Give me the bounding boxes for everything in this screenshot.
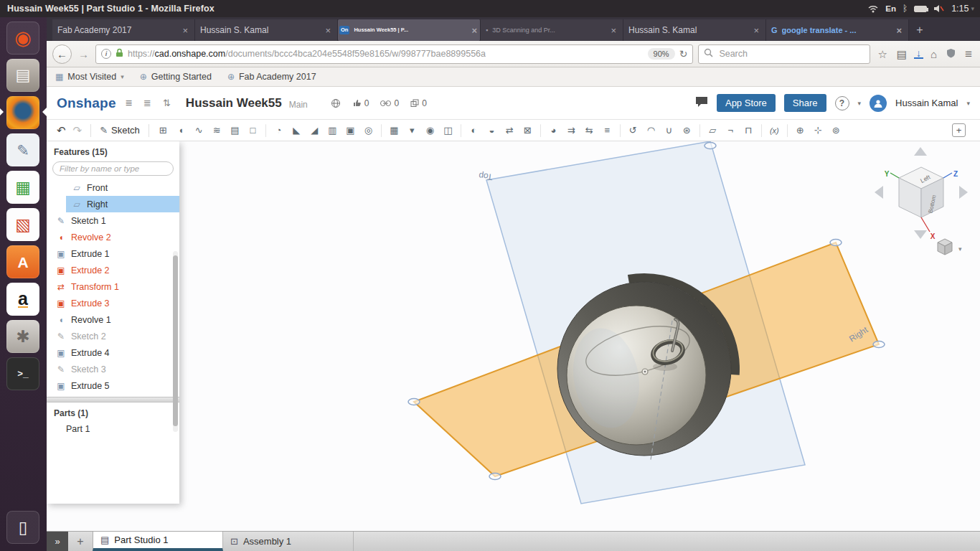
part-list-item[interactable]: Part 1 [47,420,179,437]
reading-list-icon[interactable]: ▤ [895,49,909,60]
downloads-icon[interactable]: ↓ [914,49,923,60]
loft-icon[interactable]: ≋ [209,123,225,138]
url-bar[interactable]: i https://cad.onshape.com/documents/bccc… [95,44,693,64]
tab-close-icon[interactable]: × [609,26,618,35]
ubuntu-software-launcher-icon[interactable]: A [6,245,39,278]
versions-icon[interactable]: ≣ [141,98,154,108]
wifi-icon[interactable] [867,4,879,13]
variable-icon[interactable]: (x) [766,123,783,138]
copies-stat[interactable]: 0 [410,98,427,108]
files-launcher-icon[interactable]: ▤ [6,59,39,92]
back-button[interactable]: ← [52,44,72,64]
feature-item[interactable]: ▣ Extrude 3 [47,295,179,311]
browser-tab[interactable]: Hussain S. Kamal × [195,19,338,41]
browser-tab[interactable]: G google translate - ... × [766,19,909,41]
document-menu-icon[interactable]: ≡ [123,97,134,110]
feature-item[interactable]: ▱ Right [47,196,179,212]
sheet-metal-tab-icon[interactable]: ⊓ [740,123,757,138]
https-lock-icon[interactable] [116,48,123,60]
feature-item[interactable]: ▱ Front [47,179,179,196]
onshape-logo[interactable]: Onshape [57,95,116,111]
bridging-curve-icon[interactable]: ∪ [661,123,677,138]
forward-button[interactable]: → [77,48,90,60]
tab-close-icon[interactable]: × [895,26,903,35]
mass-properties-icon[interactable]: ⊚ [828,123,844,138]
pattern-dropdown-icon[interactable]: ▾ [404,123,420,138]
text-editor-launcher-icon[interactable]: ✎ [6,133,39,166]
comments-icon[interactable] [695,96,708,110]
projected-curve-icon[interactable]: ◠ [643,123,659,138]
split-icon[interactable]: ◒ [484,123,500,138]
thicken-icon[interactable]: ▤ [227,123,243,138]
firefox-launcher-icon[interactable] [6,96,39,129]
share-button[interactable]: Share [784,94,826,112]
keyboard-layout-indicator[interactable]: En [885,4,896,13]
revolve-icon[interactable]: ◖ [173,123,189,138]
browser-tab[interactable]: ▪ 3D Scanning and Pr... × [481,19,623,41]
modify-fillet-icon[interactable]: ◕ [545,123,562,138]
move-face-icon[interactable]: ⇉ [563,123,580,138]
offset-surface-icon[interactable]: ≡ [599,123,616,138]
transform-icon[interactable]: ⇄ [501,123,518,138]
bluetooth-icon[interactable]: ᛒ [903,4,908,13]
volume-muted-icon[interactable] [933,4,945,13]
home-icon[interactable]: ⌂ [928,49,939,60]
new-tab-button[interactable]: + [909,19,930,41]
viewport-3d[interactable]: Top Right [47,141,980,531]
linear-pattern-icon[interactable]: ▦ [386,123,402,138]
libreoffice-calc-launcher-icon[interactable]: ▦ [6,171,39,204]
libreoffice-impress-launcher-icon[interactable]: ▧ [6,208,39,241]
reload-icon[interactable]: ↻ [679,48,688,60]
studio-tab[interactable]: ⊡ Assembly 1 [223,532,354,551]
shell-icon[interactable]: ▣ [342,123,359,138]
in-context-icon[interactable]: ⊕ [792,123,809,138]
site-info-icon[interactable]: i [101,49,111,59]
feature-item[interactable]: ▣ Extrude 1 [47,245,179,262]
document-title[interactable]: Hussain Week55 [186,96,282,110]
toolbar-customize-icon[interactable]: + [952,123,966,137]
menu-icon[interactable]: ≡ [963,48,974,60]
feature-item[interactable]: ✎ Sketch 2 [47,328,179,344]
hole-icon[interactable]: ◎ [360,123,377,138]
chamfer-icon[interactable]: ◣ [288,123,305,138]
redo-icon[interactable]: ↷ [70,124,85,137]
measure-icon[interactable]: ⊹ [810,123,826,138]
help-button[interactable]: ? [835,96,849,110]
enclose-icon[interactable]: □ [245,123,261,138]
user-menu[interactable]: Hussain Kamal [895,98,958,108]
browser-tab[interactable]: On Hussain Week55 | P... × [338,19,481,41]
public-globe-icon[interactable] [331,98,341,108]
dash-home-launcher-icon[interactable]: ◉ [6,22,39,55]
fillet-icon[interactable]: ◔ [270,123,287,138]
extrude-icon[interactable]: ⊞ [155,123,171,138]
feature-item[interactable]: ▣ Extrude 5 [47,377,179,394]
search-box[interactable] [698,44,870,64]
bookmark-star-icon[interactable]: ☆ [875,49,889,60]
flange-icon[interactable]: ¬ [722,123,739,138]
amazon-launcher-icon[interactable]: a [6,283,39,316]
boolean-icon[interactable]: ◐ [466,123,482,138]
user-avatar[interactable] [870,95,887,112]
draft-icon[interactable]: ◢ [306,123,323,138]
workspace-label[interactable]: Main [289,100,308,110]
feature-item[interactable]: ◖ Revolve 1 [47,311,179,328]
tab-close-icon[interactable]: × [752,25,760,36]
replace-face-icon[interactable]: ⇆ [581,123,598,138]
scrollbar-thumb[interactable] [173,255,178,426]
feature-item[interactable]: ✎ Sketch 3 [47,361,179,377]
links-stat[interactable]: 0 [380,98,399,108]
composite-curve-icon[interactable]: ⊛ [679,123,695,138]
likes-stat[interactable]: 0 [352,98,369,108]
history-icon[interactable]: ⇅ [161,98,173,108]
circular-pattern-icon[interactable]: ◉ [422,123,438,138]
feature-item[interactable]: ▣ Extrude 4 [47,344,179,361]
tab-close-icon[interactable]: × [470,26,479,35]
feature-filter-input[interactable] [52,161,174,176]
top-plane-label[interactable]: Top [478,171,493,182]
trash-launcher-icon[interactable]: ▯ [6,511,39,544]
panel-splitter[interactable] [47,397,179,402]
browser-tab[interactable]: Fab Academy 2017 × [52,19,195,41]
app-store-button[interactable]: App Store [717,94,776,112]
sweep-icon[interactable]: ∿ [191,123,207,138]
delete-part-icon[interactable]: ⊠ [519,123,536,138]
